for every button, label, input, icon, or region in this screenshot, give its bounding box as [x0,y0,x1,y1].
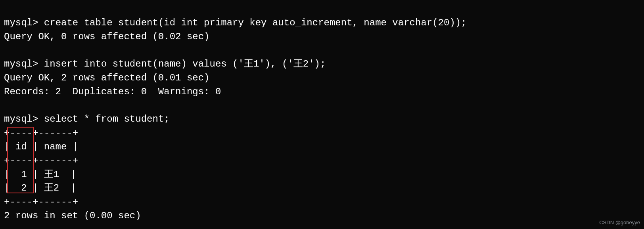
table-header: | id | name | [4,141,78,152]
table-border: +----+------+ [4,155,78,166]
blank-line [4,100,10,111]
table-border: +----+------+ [4,128,78,138]
sql-command-create: create table student(id int primary key … [44,17,467,28]
sql-command-select: select * from student; [44,114,170,124]
blank-line [4,45,10,55]
table-row: | 2 | 王2 | [4,183,76,193]
table-border: +----+------+ [4,197,78,207]
table-row: | 1 | 王1 | [4,169,76,180]
query-result: 2 rows in set (0.00 sec) [4,210,141,221]
terminal-line: mysql> select * from student; [4,114,170,124]
query-result: Records: 2 Duplicates: 0 Warnings: 0 [4,86,221,97]
mysql-prompt: mysql> [4,17,44,28]
mysql-terminal[interactable]: mysql> create table student(id int prima… [0,0,644,223]
query-result: Query OK, 0 rows affected (0.02 sec) [4,31,209,42]
sql-command-insert: insert into student(name) values ('王1'),… [44,59,326,69]
query-result: Query OK, 2 rows affected (0.01 sec) [4,73,209,83]
mysql-prompt: mysql> [4,114,44,124]
terminal-line: mysql> insert into student(name) values … [4,59,326,69]
watermark: CSDN @gobeyye [599,219,640,227]
terminal-line: mysql> create table student(id int prima… [4,17,467,28]
mysql-prompt: mysql> [4,59,44,69]
